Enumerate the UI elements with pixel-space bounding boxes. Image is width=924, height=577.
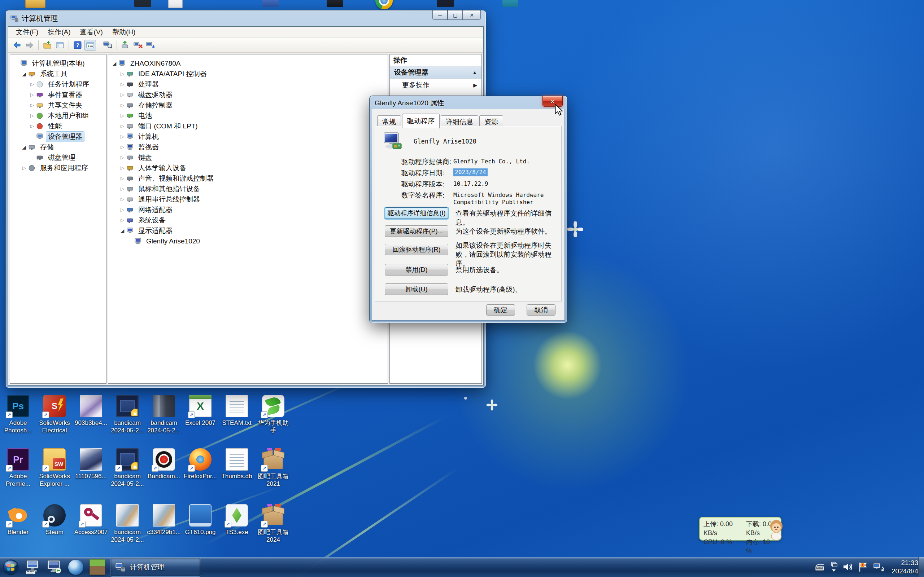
expander-collapsed-icon[interactable]: ▷ [29,82,36,87]
tree-item[interactable]: 磁盘管理 [10,152,106,163]
desktop-icon[interactable]: ↗Access2007 [73,504,109,536]
expander-collapsed-icon[interactable]: ▷ [119,71,126,76]
actions-device-manager-row[interactable]: 设备管理器 ▲ [390,66,481,79]
desktop-icon[interactable]: ↗华为手机助手 [255,395,291,434]
partial-app-icon[interactable] [262,0,279,7]
tree-item[interactable]: ▷通用串行总线控制器 [108,194,388,205]
menu-item[interactable]: 帮助(H) [108,27,140,37]
partial-file-icon[interactable] [168,0,183,8]
expander-expanded-icon[interactable]: ◢ [111,61,118,66]
desktop-icon[interactable]: ↗图吧工具箱 2024 [255,504,291,543]
partial-app-icon[interactable] [502,0,518,7]
desktop-icon[interactable]: bandicam 2024-05-2... [146,395,182,434]
desktop-icon[interactable]: ↗TS3.exe [219,504,255,536]
desktop-icon[interactable]: ↗Bandicam... [146,448,182,480]
remote-desktop-icon[interactable] [44,558,64,576]
desktop-icon[interactable]: S↗SolidWorks Electrical [36,395,73,434]
partial-app-icon[interactable] [134,0,151,7]
desktop-icon[interactable]: c334f29b1... [146,504,182,536]
network-icon[interactable] [873,562,884,572]
disable-device-button[interactable] [145,40,157,50]
expander-collapsed-icon[interactable]: ▷ [119,207,126,213]
expander-collapsed-icon[interactable]: ▷ [119,134,126,139]
menu-item[interactable]: 操作(A) [43,27,75,37]
tree-item[interactable]: Glenfly Arise1020 [108,236,388,246]
expander-collapsed-icon[interactable]: ▷ [119,102,126,108]
tree-item[interactable]: ▷电池 [108,110,388,121]
driver-info-value[interactable]: 2023/8/24 [453,168,488,176]
tree-item[interactable]: ▷处理器 [108,79,388,89]
expander-collapsed-icon[interactable]: ▷ [29,113,36,118]
expander-expanded-icon[interactable]: ◢ [21,144,27,150]
tree-item[interactable]: ▷服务和应用程序 [10,163,106,173]
expand-icon[interactable]: ▶ [473,82,477,88]
partial-app-icon[interactable] [327,0,343,7]
tree-item[interactable]: ▷监视器 [108,142,388,152]
tree-item[interactable]: ▷共享文件夹 [10,100,106,110]
desktop-icon[interactable]: SW↗SolidWorks Explorer ... [36,448,73,488]
uninstall-device-button[interactable] [132,40,144,50]
tree-item[interactable]: ◢系统工具 [10,69,106,79]
desktop-icon[interactable]: ↗Blender [0,504,36,536]
tree-item[interactable]: ▷磁盘驱动器 [108,89,388,100]
show-desktop-button[interactable] [918,557,924,577]
expander-collapsed-icon[interactable]: ▷ [119,165,126,171]
update-driver-button[interactable] [120,40,131,50]
desktop-icon[interactable]: ↗FirefoxPor... [182,448,218,480]
expander-collapsed-icon[interactable]: ▷ [119,113,126,118]
expander-collapsed-icon[interactable]: ▷ [119,186,126,192]
expander-collapsed-icon[interactable]: ▷ [119,218,126,223]
driver-action-button[interactable]: 驱动程序详细信息(I) [385,207,448,219]
desktop-icon[interactable]: Thumbs.db [219,448,255,480]
chromium-browser-icon[interactable] [66,558,86,576]
tree-item[interactable]: ◢显示适配器 [108,226,388,236]
expander-collapsed-icon[interactable]: ▷ [119,144,126,150]
menu-item[interactable]: 文件(F) [11,27,43,37]
maximize-button[interactable]: ▢ [447,10,463,20]
tree-item[interactable]: ▷端口 (COM 和 LPT) [108,121,388,131]
clock[interactable]: 21:33 2024/8/4 [892,559,918,575]
tree-item[interactable]: ◢ZHAOXIN6780A [108,58,388,69]
desktop-icon[interactable]: Pr↗Adobe Premie... [0,448,36,488]
expander-collapsed-icon[interactable]: ▷ [29,92,36,97]
desktop-icon[interactable]: 11107596... [73,448,109,480]
tree-item[interactable]: 设备管理器 [10,131,106,142]
window-titlebar[interactable]: 计算机管理 [6,10,486,26]
start-button[interactable] [1,558,21,576]
desktop-icon[interactable]: 903b3be4... [73,395,109,427]
expander-collapsed-icon[interactable]: ▷ [29,102,36,108]
minimize-button[interactable]: ─ [432,10,447,20]
on-screen-keyboard-icon[interactable] [23,558,43,576]
desktop-icon[interactable]: STEAM.txt [219,395,255,427]
scan-hardware-button[interactable] [102,40,114,50]
driver-action-button[interactable]: 禁用(D) [385,264,448,276]
volume-icon[interactable] [842,562,853,572]
tree-item[interactable]: ▷键盘 [108,152,388,163]
driver-action-button[interactable]: 回滚驱动程序(R) [385,244,448,255]
expander-expanded-icon[interactable]: ◢ [119,228,126,234]
console-tree-button[interactable] [54,40,66,50]
desktop-icon[interactable]: ↗图吧工具箱 2021 [255,448,291,488]
cancel-button[interactable]: 取消 [527,305,556,316]
export-list-button[interactable] [42,40,53,50]
tree-item[interactable]: ▷鼠标和其他指针设备 [108,184,388,194]
partial-chrome-icon[interactable] [375,0,393,10]
tree-item[interactable]: ▷系统设备 [108,215,388,226]
expander-collapsed-icon[interactable]: ▷ [21,165,27,171]
back-button[interactable] [11,40,23,50]
tree-item[interactable]: ▷任务计划程序 [10,79,106,89]
expander-collapsed-icon[interactable]: ▷ [119,176,126,181]
tree-item[interactable]: ▷声音、视频和游戏控制器 [108,173,388,184]
driver-action-button[interactable]: 更新驱动程序(P)... [385,226,448,237]
menu-item[interactable]: 查看(V) [76,27,108,37]
desktop-icon[interactable]: ▶↗bandicam 2024-05-2... [109,448,145,488]
expander-collapsed-icon[interactable]: ▷ [29,123,36,129]
language-bar-icon[interactable] [814,562,825,571]
tree-item[interactable]: ▷事件查看器 [10,89,106,100]
driver-action-button[interactable]: 卸载(U) [385,284,448,295]
partial-folder-icon[interactable] [25,0,45,8]
expander-collapsed-icon[interactable]: ▷ [119,123,126,129]
taskbar-active-task[interactable]: 计算机管理 [110,558,201,576]
show-hidden-icons-button[interactable] [830,561,837,572]
desktop-icon[interactable]: ↗Steam [36,504,73,536]
